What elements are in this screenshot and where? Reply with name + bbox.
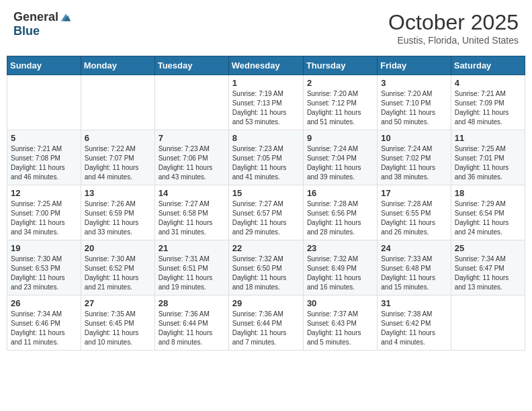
day-number: 10 (381, 133, 447, 143)
day-info: Sunrise: 7:20 AM Sunset: 7:10 PM Dayligh… (381, 89, 447, 127)
day-info: Sunrise: 7:25 AM Sunset: 7:00 PM Dayligh… (11, 199, 77, 237)
calendar-cell: 17Sunrise: 7:28 AM Sunset: 6:55 PM Dayli… (378, 185, 451, 240)
calendar-cell: 16Sunrise: 7:28 AM Sunset: 6:56 PM Dayli… (303, 185, 377, 240)
calendar-cell: 21Sunrise: 7:31 AM Sunset: 6:51 PM Dayli… (154, 240, 228, 295)
day-number: 27 (85, 298, 151, 308)
calendar-cell: 19Sunrise: 7:30 AM Sunset: 6:53 PM Dayli… (7, 240, 81, 295)
day-number: 13 (85, 188, 151, 198)
day-number: 14 (159, 188, 225, 198)
day-info: Sunrise: 7:27 AM Sunset: 6:58 PM Dayligh… (159, 199, 225, 237)
day-number: 2 (307, 78, 373, 88)
calendar-cell: 18Sunrise: 7:29 AM Sunset: 6:54 PM Dayli… (451, 185, 525, 240)
day-info: Sunrise: 7:34 AM Sunset: 6:46 PM Dayligh… (11, 310, 77, 347)
title-section: October 2025 Eustis, Florida, United Sta… (388, 10, 519, 46)
calendar-cell: 10Sunrise: 7:24 AM Sunset: 7:02 PM Dayli… (378, 130, 451, 185)
day-number: 11 (455, 133, 521, 143)
day-info: Sunrise: 7:20 AM Sunset: 7:12 PM Dayligh… (307, 89, 373, 127)
day-number: 16 (307, 188, 373, 198)
day-number: 26 (11, 298, 77, 308)
calendar-cell: 28Sunrise: 7:36 AM Sunset: 6:44 PM Dayli… (154, 295, 228, 351)
day-info: Sunrise: 7:22 AM Sunset: 7:07 PM Dayligh… (85, 144, 151, 182)
calendar-cell (7, 75, 81, 130)
day-info: Sunrise: 7:21 AM Sunset: 7:08 PM Dayligh… (11, 144, 77, 182)
calendar-cell: 15Sunrise: 7:27 AM Sunset: 6:57 PM Dayli… (228, 185, 303, 240)
calendar-cell: 9Sunrise: 7:24 AM Sunset: 7:04 PM Daylig… (303, 130, 377, 185)
calendar-cell: 27Sunrise: 7:35 AM Sunset: 6:45 PM Dayli… (81, 295, 154, 351)
calendar-cell: 13Sunrise: 7:26 AM Sunset: 6:59 PM Dayli… (81, 185, 154, 240)
calendar-cell: 4Sunrise: 7:21 AM Sunset: 7:09 PM Daylig… (451, 75, 525, 130)
calendar-cell: 11Sunrise: 7:25 AM Sunset: 7:01 PM Dayli… (451, 130, 525, 185)
calendar-cell: 29Sunrise: 7:36 AM Sunset: 6:44 PM Dayli… (228, 295, 303, 351)
calendar-cell: 12Sunrise: 7:25 AM Sunset: 7:00 PM Dayli… (7, 185, 81, 240)
day-info: Sunrise: 7:29 AM Sunset: 6:54 PM Dayligh… (455, 199, 521, 237)
day-info: Sunrise: 7:34 AM Sunset: 6:47 PM Dayligh… (455, 255, 521, 292)
calendar-cell (154, 75, 228, 130)
logo: General Blue (13, 10, 73, 38)
calendar-cell: 25Sunrise: 7:34 AM Sunset: 6:47 PM Dayli… (451, 240, 525, 295)
calendar-week-5: 26Sunrise: 7:34 AM Sunset: 6:46 PM Dayli… (7, 295, 525, 351)
weekday-header-monday: Monday (81, 56, 154, 75)
calendar-week-2: 5Sunrise: 7:21 AM Sunset: 7:08 PM Daylig… (7, 130, 525, 185)
calendar-table: SundayMondayTuesdayWednesdayThursdayFrid… (7, 56, 525, 351)
day-number: 28 (159, 298, 225, 308)
calendar-cell: 7Sunrise: 7:23 AM Sunset: 7:06 PM Daylig… (154, 130, 228, 185)
logo-general-text: General (13, 10, 58, 24)
day-info: Sunrise: 7:23 AM Sunset: 7:05 PM Dayligh… (232, 144, 300, 182)
calendar-cell: 6Sunrise: 7:22 AM Sunset: 7:07 PM Daylig… (81, 130, 154, 185)
day-info: Sunrise: 7:33 AM Sunset: 6:48 PM Dayligh… (381, 255, 447, 292)
weekday-header-tuesday: Tuesday (154, 56, 228, 75)
day-info: Sunrise: 7:21 AM Sunset: 7:09 PM Dayligh… (455, 89, 521, 127)
calendar-cell: 23Sunrise: 7:32 AM Sunset: 6:49 PM Dayli… (303, 240, 377, 295)
calendar-cell: 30Sunrise: 7:37 AM Sunset: 6:43 PM Dayli… (303, 295, 377, 351)
month-title: October 2025 (388, 10, 519, 35)
day-number: 9 (307, 133, 373, 143)
calendar-cell: 22Sunrise: 7:32 AM Sunset: 6:50 PM Dayli… (228, 240, 303, 295)
day-info: Sunrise: 7:30 AM Sunset: 6:52 PM Dayligh… (85, 255, 151, 292)
calendar-cell: 20Sunrise: 7:30 AM Sunset: 6:52 PM Dayli… (81, 240, 154, 295)
day-info: Sunrise: 7:23 AM Sunset: 7:06 PM Dayligh… (159, 144, 225, 182)
day-number: 19 (11, 243, 77, 253)
calendar-cell: 31Sunrise: 7:38 AM Sunset: 6:42 PM Dayli… (378, 295, 451, 351)
day-info: Sunrise: 7:26 AM Sunset: 6:59 PM Dayligh… (85, 199, 151, 237)
calendar-week-3: 12Sunrise: 7:25 AM Sunset: 7:00 PM Dayli… (7, 185, 525, 240)
day-info: Sunrise: 7:37 AM Sunset: 6:43 PM Dayligh… (307, 310, 373, 347)
day-info: Sunrise: 7:36 AM Sunset: 6:44 PM Dayligh… (232, 310, 300, 347)
day-info: Sunrise: 7:36 AM Sunset: 6:44 PM Dayligh… (159, 310, 225, 347)
day-info: Sunrise: 7:32 AM Sunset: 6:50 PM Dayligh… (232, 255, 300, 292)
weekday-header-saturday: Saturday (451, 56, 525, 75)
day-number: 7 (159, 133, 225, 143)
day-number: 12 (11, 188, 77, 198)
calendar-cell: 8Sunrise: 7:23 AM Sunset: 7:05 PM Daylig… (228, 130, 303, 185)
day-number: 18 (455, 188, 521, 198)
day-info: Sunrise: 7:28 AM Sunset: 6:55 PM Dayligh… (381, 199, 447, 237)
day-number: 23 (307, 243, 373, 253)
day-number: 20 (85, 243, 151, 253)
day-info: Sunrise: 7:24 AM Sunset: 7:02 PM Dayligh… (381, 144, 447, 182)
calendar-cell: 14Sunrise: 7:27 AM Sunset: 6:58 PM Dayli… (154, 185, 228, 240)
calendar-cell: 1Sunrise: 7:19 AM Sunset: 7:13 PM Daylig… (228, 75, 303, 130)
day-number: 31 (381, 298, 447, 308)
day-number: 1 (232, 78, 300, 88)
day-info: Sunrise: 7:19 AM Sunset: 7:13 PM Dayligh… (232, 89, 300, 127)
weekday-header-friday: Friday (378, 56, 451, 75)
day-number: 21 (159, 243, 225, 253)
day-info: Sunrise: 7:30 AM Sunset: 6:53 PM Dayligh… (11, 255, 77, 292)
day-info: Sunrise: 7:27 AM Sunset: 6:57 PM Dayligh… (232, 199, 300, 237)
day-number: 4 (455, 78, 521, 88)
day-number: 6 (85, 133, 151, 143)
day-number: 22 (232, 243, 300, 253)
day-info: Sunrise: 7:35 AM Sunset: 6:45 PM Dayligh… (85, 310, 151, 347)
day-number: 15 (232, 188, 300, 198)
calendar-cell (451, 295, 525, 351)
page-header: General Blue October 2025 Eustis, Florid… (7, 7, 525, 49)
weekday-header-wednesday: Wednesday (228, 56, 303, 75)
day-number: 25 (455, 243, 521, 253)
calendar-cell: 3Sunrise: 7:20 AM Sunset: 7:10 PM Daylig… (378, 75, 451, 130)
day-number: 8 (232, 133, 300, 143)
calendar-cell: 5Sunrise: 7:21 AM Sunset: 7:08 PM Daylig… (7, 130, 81, 185)
calendar-cell: 2Sunrise: 7:20 AM Sunset: 7:12 PM Daylig… (303, 75, 377, 130)
day-number: 5 (11, 133, 77, 143)
day-number: 29 (232, 298, 300, 308)
logo-blue-text: Blue (13, 24, 40, 38)
day-info: Sunrise: 7:28 AM Sunset: 6:56 PM Dayligh… (307, 199, 373, 237)
